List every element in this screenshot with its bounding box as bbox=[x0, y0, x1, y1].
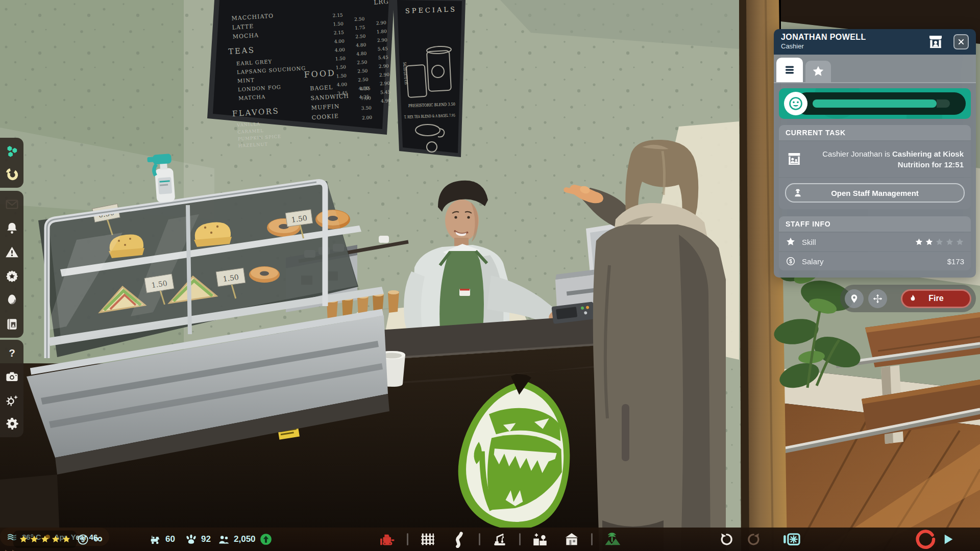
staff-panel-tabs bbox=[774, 55, 976, 82]
staff-info-header: STAFF INFO bbox=[779, 216, 971, 232]
star-icon bbox=[786, 237, 796, 247]
crane-icon[interactable] bbox=[491, 531, 508, 548]
toolbar-divider bbox=[407, 533, 408, 545]
locate-pin-button[interactable] bbox=[845, 289, 864, 308]
egg-icon[interactable] bbox=[5, 293, 19, 308]
menu-text: 5.45 bbox=[378, 55, 389, 60]
money-display[interactable]: $ ∞ bbox=[77, 528, 103, 551]
buggy-count[interactable]: 60 bbox=[149, 528, 175, 551]
flame-icon bbox=[908, 294, 918, 304]
menu-text: 1.50 bbox=[336, 64, 347, 70]
guest-count[interactable]: 2,050 bbox=[217, 528, 256, 551]
specials-board: SPECIALS SALTED LATTE 4.95 PREHISTORIC B… bbox=[393, 0, 465, 157]
money-value: ∞ bbox=[93, 531, 103, 546]
menu-text: 5.45 bbox=[378, 46, 388, 52]
help-icon[interactable]: ? bbox=[5, 346, 19, 361]
gear-icon[interactable] bbox=[5, 416, 19, 431]
mood-track bbox=[795, 92, 966, 115]
toolbar-divider bbox=[591, 533, 593, 545]
badge-icon[interactable] bbox=[5, 269, 19, 284]
bell-icon[interactable] bbox=[5, 221, 19, 236]
kiosk-icon[interactable] bbox=[927, 33, 944, 51]
dollar-circle-icon: $ bbox=[77, 533, 89, 546]
staff-info-section: STAFF INFO Skill $ Salary $173 bbox=[779, 216, 971, 270]
staff-action-bar: Fire bbox=[840, 285, 976, 312]
path-icon[interactable] bbox=[451, 531, 468, 548]
current-task-row: Cashier Jonathan is Cashiering at Kiosk … bbox=[779, 141, 971, 177]
shop-icon[interactable] bbox=[563, 531, 580, 548]
facility-icon[interactable] bbox=[531, 531, 549, 548]
salary-label: Salary bbox=[802, 257, 824, 266]
dollar-circle-icon: $ bbox=[786, 256, 796, 266]
park-star-icon bbox=[40, 535, 50, 544]
fast-forward-icon bbox=[9, 547, 21, 551]
menu-text: 1.50 bbox=[335, 56, 346, 61]
tab-favorite[interactable] bbox=[805, 61, 831, 82]
toolbar-divider bbox=[479, 533, 480, 545]
warning-icon[interactable] bbox=[5, 245, 19, 260]
fence-icon[interactable] bbox=[419, 531, 436, 548]
staff-panel-body: CURRENT TASK Cashier Jonathan is Cashier… bbox=[774, 82, 976, 278]
menu-text: 2.90 bbox=[379, 63, 389, 69]
bulldozer-icon[interactable] bbox=[379, 531, 396, 548]
menu-text: 4.35 bbox=[360, 86, 371, 91]
journal-icon[interactable] bbox=[5, 317, 19, 332]
camera-icon[interactable] bbox=[5, 369, 19, 384]
smiley-icon bbox=[784, 92, 807, 115]
svg-text:$: $ bbox=[81, 536, 85, 543]
undo-button[interactable] bbox=[719, 532, 734, 547]
menu-text: 4.90 bbox=[381, 98, 391, 104]
menu-text: 2.15 bbox=[332, 12, 343, 18]
staff-person-icon bbox=[792, 187, 803, 198]
staff-management-row: Open Staff Management bbox=[779, 178, 971, 209]
open-staff-management-button[interactable]: Open Staff Management bbox=[785, 183, 965, 203]
redo-button[interactable] bbox=[746, 532, 762, 547]
menu-text: 2.50 bbox=[358, 77, 369, 83]
play-button[interactable] bbox=[940, 532, 955, 547]
menu-text: 2.90 bbox=[379, 72, 390, 78]
menu-text: 1.50 bbox=[336, 73, 347, 79]
menu-text: FOOD bbox=[304, 68, 336, 80]
skill-rating bbox=[915, 238, 964, 246]
salary-row: $ Salary $173 bbox=[779, 252, 971, 270]
pause-button[interactable] bbox=[915, 529, 936, 550]
menu-text: 2.90 bbox=[377, 37, 387, 43]
bottom-toolbar: $ ∞ 60 92 2,050 36° C Apr, Year 46 bbox=[0, 528, 980, 551]
tree-scenery-icon[interactable] bbox=[603, 531, 621, 548]
mail-icon[interactable] bbox=[5, 197, 19, 212]
svg-text:$: $ bbox=[789, 259, 792, 264]
menu-text: LRG bbox=[374, 0, 389, 6]
svg-text:?: ? bbox=[9, 347, 15, 359]
hexagons-icon[interactable] bbox=[5, 144, 19, 159]
kiosk-people-icon bbox=[786, 151, 802, 167]
skill-row: Skill bbox=[779, 233, 971, 251]
menu-text: 5.45 bbox=[380, 89, 391, 95]
menu-text: BAGEL bbox=[310, 84, 333, 92]
menu-text: 2.15 bbox=[333, 30, 344, 35]
star-icon bbox=[955, 238, 964, 246]
mood-fill bbox=[813, 99, 937, 108]
park-rating bbox=[13, 531, 77, 548]
menu-text: 2.50 bbox=[357, 68, 368, 74]
staff-panel: JONATHAN POWELL Cashier CURRENT TASK bbox=[774, 29, 976, 278]
sidebar-group-management bbox=[0, 138, 23, 188]
current-task-section: CURRENT TASK Cashier Jonathan is Cashier… bbox=[779, 125, 971, 209]
close-icon[interactable] bbox=[953, 34, 969, 49]
park-star-icon bbox=[51, 535, 60, 544]
up-arrow-icon bbox=[259, 533, 273, 546]
dino-count[interactable]: 92 bbox=[185, 528, 211, 551]
donut-chart-icon[interactable] bbox=[5, 167, 19, 182]
menu-text: 2.50 bbox=[357, 60, 368, 65]
fire-button[interactable]: Fire bbox=[901, 289, 971, 308]
menu-text: 4.00 bbox=[334, 38, 345, 44]
menu-text: 2.50 bbox=[355, 34, 366, 39]
menu-text: 2.90 bbox=[380, 81, 390, 86]
display-settings-button[interactable] bbox=[782, 530, 801, 549]
game-screen: MACCHIATOLATTEMOCHATEASEARL GREYLAPSANG … bbox=[0, 0, 980, 551]
skill-label: Skill bbox=[802, 238, 816, 246]
staff-panel-header: JONATHAN POWELL Cashier bbox=[774, 29, 976, 55]
eye-effects-icon[interactable] bbox=[5, 393, 19, 408]
move-button[interactable] bbox=[868, 289, 887, 308]
star-icon bbox=[945, 238, 954, 246]
tab-overview[interactable] bbox=[776, 58, 803, 82]
